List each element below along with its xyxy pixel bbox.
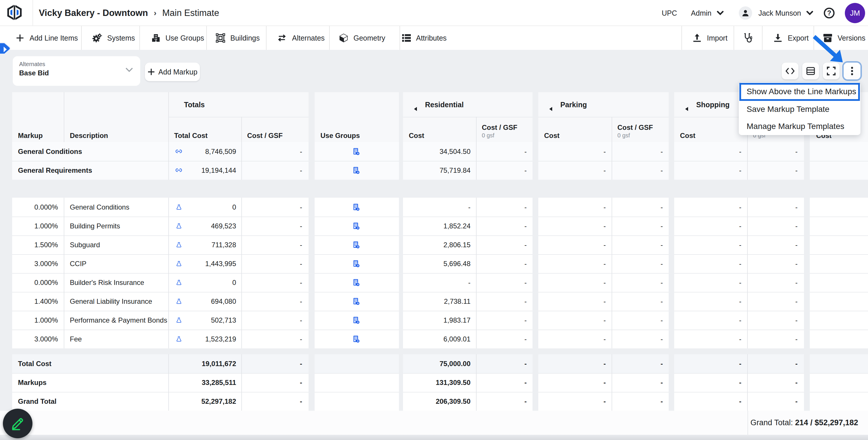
svg-text:?: ?	[827, 9, 831, 17]
